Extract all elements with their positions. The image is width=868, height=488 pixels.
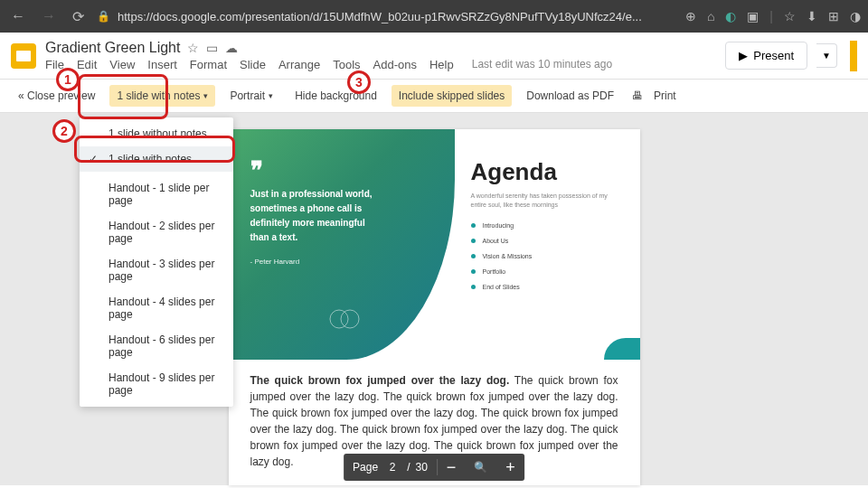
last-edit[interactable]: Last edit was 10 minutes ago: [472, 58, 612, 71]
agenda-item: Vision & Missions: [471, 253, 620, 259]
corner-accent: [604, 338, 640, 360]
move-icon[interactable]: ▭: [206, 41, 218, 55]
page-sep: /: [407, 461, 410, 474]
download-pdf-button[interactable]: Download as PDF: [519, 85, 621, 107]
doc-title[interactable]: Gradient Green Light: [45, 40, 180, 56]
menu-edit[interactable]: Edit: [77, 58, 97, 71]
present-dropdown[interactable]: ▼: [816, 43, 837, 68]
slide-content: ❞ Just in a professional world, sometime…: [229, 129, 640, 360]
print-button[interactable]: Print: [646, 85, 684, 107]
star-icon[interactable]: ☆: [187, 41, 199, 55]
include-skipped-button[interactable]: Include skipped slides: [392, 85, 512, 107]
quote-area: ❞ Just in a professional world, sometime…: [250, 158, 377, 266]
annotation-3: 3: [347, 70, 371, 94]
menu-addons[interactable]: Add-ons: [373, 58, 417, 71]
svg-point-0: [330, 310, 348, 328]
dd-option-handout-9[interactable]: Handout - 9 slides per page: [80, 365, 233, 403]
dd-option-handout-3[interactable]: Handout - 3 slides per page: [80, 251, 233, 289]
slides-logo-icon[interactable]: [11, 43, 36, 69]
dd-option-handout-1[interactable]: Handout - 1 slide per page: [80, 175, 233, 213]
ext2-icon[interactable]: ▣: [747, 9, 759, 23]
menu-bar: File Edit View Insert Format Slide Arran…: [45, 58, 716, 71]
dd-option-handout-4[interactable]: Handout - 4 slides per page: [80, 289, 233, 327]
agenda-title: Agenda: [471, 158, 620, 186]
reload-icon[interactable]: ⟳: [69, 5, 88, 29]
home-icon[interactable]: ⌂: [707, 9, 714, 23]
circles-icon: [328, 305, 363, 336]
profile-icon[interactable]: ◑: [850, 9, 861, 23]
zoom-icon[interactable]: ⊕: [685, 9, 696, 23]
account-indicator[interactable]: [850, 41, 857, 71]
zoom-reset-icon[interactable]: 🔍: [474, 461, 487, 474]
menu-format[interactable]: Format: [190, 58, 227, 71]
annotation-2: 2: [52, 119, 76, 143]
quote-text: Just in a professional world, sometimes …: [250, 187, 377, 245]
zoom-out-icon[interactable]: −: [447, 458, 457, 477]
favorite-icon[interactable]: ☆: [784, 9, 796, 23]
url-text: https://docs.google.com/presentation/d/1…: [118, 10, 642, 23]
quote-icon: ❞: [250, 158, 377, 182]
present-button[interactable]: ▶Present: [725, 42, 807, 70]
print-icon: 🖶: [632, 89, 643, 102]
url-bar[interactable]: 🔒 https://docs.google.com/presentation/d…: [97, 10, 676, 23]
agenda-item: Portfolio: [471, 268, 620, 275]
menu-help[interactable]: Help: [429, 58, 454, 71]
collections-icon[interactable]: ⊞: [828, 9, 839, 23]
download-icon[interactable]: ⬇: [807, 9, 817, 23]
agenda-item: End of Slides: [471, 284, 620, 290]
menu-arrange[interactable]: Arrange: [278, 58, 320, 71]
zoom-in-icon[interactable]: +: [505, 458, 515, 477]
dd-option-with-notes[interactable]: 1 slide with notes: [80, 146, 233, 172]
print-toolbar: « Close preview 1 slide with notes Portr…: [0, 80, 868, 113]
page-label: Page: [353, 461, 378, 474]
slide-preview: ❞ Just in a professional world, sometime…: [229, 129, 640, 485]
svg-point-1: [341, 310, 359, 328]
agenda-subtitle: A wonderful serenity has taken possessio…: [471, 192, 620, 210]
menu-view[interactable]: View: [109, 58, 135, 71]
page-total: 30: [415, 461, 427, 474]
lock-icon: 🔒: [97, 10, 110, 23]
quote-author: - Peter Harvard: [250, 258, 377, 266]
dd-option-handout-2[interactable]: Handout - 2 slides per page: [80, 213, 233, 251]
dd-option-no-notes[interactable]: 1 slide without notes: [80, 121, 233, 146]
agenda-area: Agenda A wonderful serenity has taken po…: [471, 158, 620, 299]
layout-dropdown[interactable]: 1 slide with notes: [109, 85, 215, 107]
menu-slide[interactable]: Slide: [240, 58, 266, 71]
page-current-input[interactable]: [383, 461, 401, 474]
agenda-item: About Us: [471, 238, 620, 244]
annotation-1: 1: [56, 68, 80, 91]
cloud-icon[interactable]: ☁: [225, 41, 238, 55]
forward-icon[interactable]: →: [38, 5, 60, 28]
ext1-icon[interactable]: ◐: [725, 9, 736, 23]
menu-tools[interactable]: Tools: [333, 58, 360, 71]
page-indicator: Page / 30 − 🔍 +: [344, 454, 524, 481]
agenda-item: Introducing: [471, 222, 620, 229]
menu-insert[interactable]: Insert: [147, 58, 177, 71]
browser-bar: ← → ⟳ 🔒 https://docs.google.com/presenta…: [0, 0, 868, 33]
layout-dropdown-menu: 1 slide without notes 1 slide with notes…: [80, 117, 233, 407]
browser-actions: ⊕ ⌂ ◐ ▣ | ☆ ⬇ ⊞ ◑: [685, 9, 861, 23]
back-icon[interactable]: ←: [7, 5, 29, 28]
app-header: Gradient Green Light ☆ ▭ ☁ File Edit Vie…: [0, 33, 868, 80]
orientation-dropdown[interactable]: Portrait: [222, 85, 280, 107]
dd-option-handout-6[interactable]: Handout - 6 slides per page: [80, 327, 233, 365]
